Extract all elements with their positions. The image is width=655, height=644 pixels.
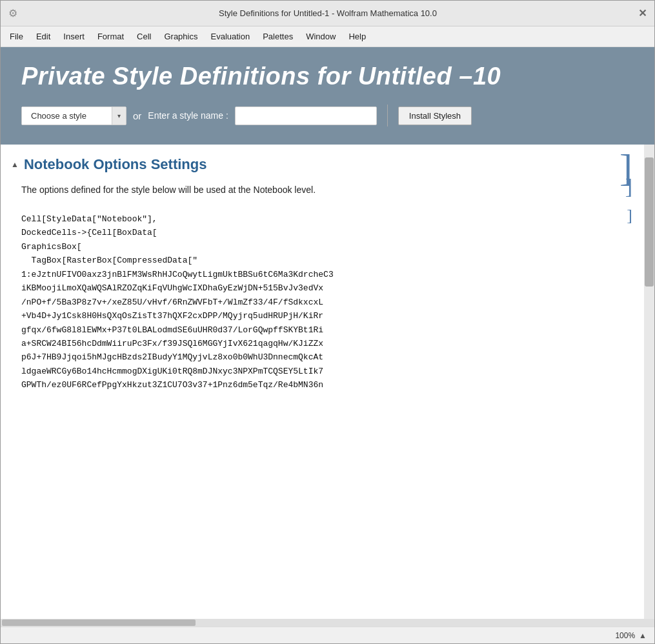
content-area: ▲ Notebook Options Settings ] The option… <box>1 145 644 619</box>
menubar: File Edit Insert Format Cell Graphics Ev… <box>1 26 654 47</box>
bracket-medium-icon: ] <box>625 176 632 197</box>
footer: 100% ▲ <box>1 627 654 643</box>
app-icon: ⚙ <box>8 7 17 19</box>
menu-edit[interactable]: Edit <box>30 29 57 44</box>
header-panel: Private Style Definitions for Untitled –… <box>1 47 654 145</box>
close-button[interactable]: ✕ <box>638 7 647 19</box>
collapse-arrow-icon[interactable]: ▲ <box>11 160 19 169</box>
main-content: ▲ Notebook Options Settings ] The option… <box>1 145 654 619</box>
style-dropdown-label: Choose a style <box>22 107 112 125</box>
titlebar: ⚙ Style Definitions for Untitled-1 - Wol… <box>1 1 654 26</box>
menu-graphics[interactable]: Graphics <box>157 29 204 44</box>
bracket-small-icon: ] <box>627 207 632 224</box>
menu-help[interactable]: Help <box>342 29 372 44</box>
menu-cell[interactable]: Cell <box>130 29 157 44</box>
chevron-down-icon[interactable]: ▾ <box>112 107 126 125</box>
style-name-input[interactable] <box>235 106 377 125</box>
description-section: The options defined for the style below … <box>1 181 644 207</box>
zoom-level: 100% <box>615 631 635 640</box>
menu-evaluation[interactable]: Evaluation <box>204 29 256 44</box>
menu-window[interactable]: Window <box>299 29 342 44</box>
content-wrapper: ▲ Notebook Options Settings ] The option… <box>1 145 644 403</box>
menu-palettes[interactable]: Palettes <box>256 29 299 44</box>
or-separator: or <box>133 110 141 121</box>
horizontal-scrollbar[interactable] <box>1 619 654 627</box>
menu-format[interactable]: Format <box>91 29 130 44</box>
header-title: Private Style Definitions for Untitled –… <box>21 63 634 90</box>
description-text: The options defined for the style below … <box>1 181 644 207</box>
header-controls: Choose a style ▾ or Enter a style name :… <box>21 105 634 126</box>
code-content: Cell[StyleData["Notebook"], DockedCells-… <box>1 207 644 403</box>
window-title: Style Definitions for Untitled-1 - Wolfr… <box>219 8 437 18</box>
section-header: ▲ Notebook Options Settings ] <box>1 145 644 181</box>
style-dropdown[interactable]: Choose a style ▾ <box>21 106 126 125</box>
code-section: Cell[StyleData["Notebook"], DockedCells-… <box>1 207 644 403</box>
enter-style-label: Enter a style name : <box>148 110 228 121</box>
section-title: Notebook Options Settings <box>24 156 207 173</box>
main-window: ⚙ Style Definitions for Untitled-1 - Wol… <box>0 0 655 644</box>
menu-insert[interactable]: Insert <box>57 29 91 44</box>
install-stylesheet-button[interactable]: Install Stylesh <box>398 106 472 125</box>
zoom-up-icon[interactable]: ▲ <box>639 631 647 640</box>
divider <box>387 105 388 126</box>
h-scrollbar-thumb[interactable] <box>2 619 196 626</box>
scrollbar-thumb[interactable] <box>645 157 654 287</box>
vertical-scrollbar[interactable] <box>644 145 654 619</box>
menu-file[interactable]: File <box>3 29 30 44</box>
